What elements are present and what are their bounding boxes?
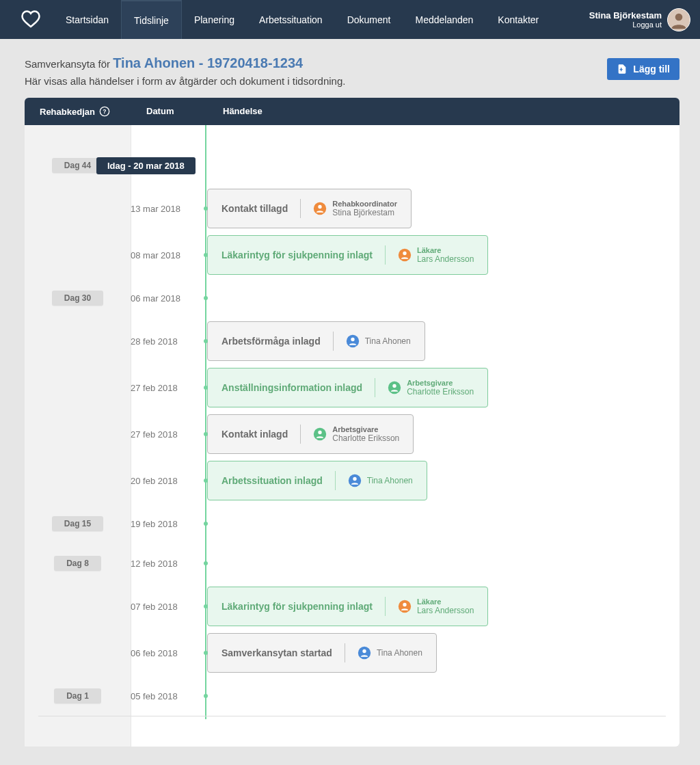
avatar[interactable] xyxy=(667,8,690,31)
card-person: Tina Ahonen xyxy=(365,336,411,346)
header-subtitle: Här visas alla händelser i form av åtgär… xyxy=(25,75,607,87)
card-role: Läkare xyxy=(417,598,474,606)
timeline-dot xyxy=(204,522,208,526)
card-person: Lars Andersson xyxy=(417,254,474,264)
svg-point-13 xyxy=(319,431,322,434)
event-card[interactable]: Läkarintyg för sjukpenning inlagt Läkare… xyxy=(207,587,488,626)
card-who: LäkareLars Andersson xyxy=(398,598,474,615)
day-chip: Dag 1 xyxy=(54,688,101,703)
event-card[interactable]: Arbetsförmåga inlagd Tina Ahonen xyxy=(207,321,425,361)
card-person: Stina Björkestam xyxy=(332,208,397,217)
card-who: Tina Ahonen xyxy=(348,474,413,487)
timeline-date: 27 feb 2018 xyxy=(131,429,207,440)
card-role: Rehabkoordinator xyxy=(332,200,397,208)
timeline-date: 20 feb 2018 xyxy=(131,476,207,486)
card-divider xyxy=(375,378,375,397)
plan-icon xyxy=(40,729,68,747)
timeline-row: 27 feb 2018 Kontakt inlagd ArbetsgivareC… xyxy=(25,411,679,457)
heart-logo-icon xyxy=(21,10,41,30)
plan-title: Din plan xyxy=(77,732,114,743)
add-icon xyxy=(617,64,628,75)
nav-startsidan[interactable]: Startsidan xyxy=(53,0,121,39)
add-button[interactable]: Lägg till xyxy=(607,58,679,80)
timeline-row: 28 feb 2018 Arbetsförmåga inlagd Tina Ah… xyxy=(25,318,679,364)
timeline-date: 19 feb 2018 xyxy=(131,519,207,529)
nav-dokument[interactable]: Dokument xyxy=(335,0,403,39)
day-chip: Dag 15 xyxy=(52,516,103,531)
help-icon[interactable]: ? xyxy=(99,106,110,117)
svg-point-11 xyxy=(392,384,396,388)
timeline-row: 13 mar 2018 Kontakt tillagd Rehabkoordin… xyxy=(25,185,679,232)
nav-meddelanden[interactable]: Meddelanden xyxy=(403,0,485,39)
timeline-row-marker: Dag 8 12 feb 2018 xyxy=(25,543,679,583)
timeline-dot xyxy=(204,651,208,655)
card-role: Arbetsgivare xyxy=(407,379,474,387)
col-date: Datum xyxy=(146,106,223,117)
card-who: Tina Ahonen xyxy=(358,646,422,660)
card-title: Läkarintyg för sjukpenning inlagt xyxy=(221,250,373,260)
avatar-icon xyxy=(668,8,690,31)
timeline-dot xyxy=(204,604,208,608)
person-icon xyxy=(313,202,327,215)
event-card[interactable]: Kontakt inlagd ArbetsgivareCharlotte Eri… xyxy=(207,414,414,454)
card-person: Tina Ahonen xyxy=(367,476,413,485)
timeline-dot xyxy=(204,206,208,211)
col-rehab: Rehabkedjan ? xyxy=(25,106,146,117)
event-card[interactable]: Läkarintyg för sjukpenning inlagt Läkare… xyxy=(207,235,488,275)
card-person: Tina Ahonen xyxy=(377,648,422,658)
timeline-row: 20 feb 2018 Arbetssituation inlagd Tina … xyxy=(25,457,679,504)
svg-point-15 xyxy=(353,477,356,481)
timeline-dot xyxy=(204,479,208,483)
top-nav: Startsidan Tidslinje Planering Arbetssit… xyxy=(0,0,700,39)
svg-point-1 xyxy=(675,13,683,21)
timeline-header: Rehabkedjan ? Datum Händelse xyxy=(25,98,679,125)
svg-text:?: ? xyxy=(103,108,106,115)
person-icon xyxy=(358,646,371,660)
card-who: ArbetsgivareCharlotte Eriksson xyxy=(313,425,399,443)
event-card[interactable]: Samverkansytan startad Tina Ahonen xyxy=(207,633,437,673)
card-divider xyxy=(300,425,301,444)
your-plan-section[interactable]: Din plan xyxy=(25,716,679,747)
event-card[interactable]: Anställningsinformation inlagd Arbetsgiv… xyxy=(207,368,488,407)
timeline-row: 06 feb 2018 Samverkansytan startad Tina … xyxy=(25,630,679,676)
timeline-date: 12 feb 2018 xyxy=(131,559,207,569)
timeline-dot xyxy=(204,432,208,436)
header-line1: Samverkansyta för Tina Ahonen - 19720418… xyxy=(25,55,607,71)
timeline-date: 08 mar 2018 xyxy=(131,250,207,260)
nav-planering[interactable]: Planering xyxy=(182,0,247,39)
card-divider xyxy=(345,643,345,662)
card-person: Charlotte Eriksson xyxy=(407,387,474,397)
timeline-date: 05 feb 2018 xyxy=(131,691,207,701)
card-divider xyxy=(385,245,386,265)
user-name: Stina Björkestam xyxy=(589,10,662,21)
svg-point-7 xyxy=(403,252,406,255)
nav-kontakter[interactable]: Kontakter xyxy=(485,0,551,39)
user-block: Stina Björkestam Logga ut xyxy=(580,0,700,39)
card-divider xyxy=(333,332,334,351)
svg-point-19 xyxy=(362,649,366,653)
card-title: Kontakt inlagd xyxy=(221,429,288,440)
timeline-row-marker: Dag 30 06 mar 2018 xyxy=(25,278,679,318)
logout-link[interactable]: Logga ut xyxy=(589,21,662,29)
timeline-date: 27 feb 2018 xyxy=(131,383,207,393)
card-person: Lars Andersson xyxy=(417,606,474,615)
nav-tidslinje[interactable]: Tidslinje xyxy=(121,0,182,39)
event-card[interactable]: Arbetssituation inlagd Tina Ahonen xyxy=(207,461,427,500)
timeline-date: 06 mar 2018 xyxy=(131,293,207,304)
card-person: Charlotte Eriksson xyxy=(332,433,399,443)
col-event: Händelse xyxy=(223,106,679,117)
card-divider xyxy=(335,471,336,490)
col-rehab-label: Rehabkedjan xyxy=(40,107,95,117)
app-logo[interactable] xyxy=(0,0,53,39)
card-role: Läkare xyxy=(417,246,474,254)
page: Samverkansyta för Tina Ahonen - 19720418… xyxy=(0,39,700,747)
timeline-footer-divider xyxy=(38,716,666,716)
svg-point-9 xyxy=(351,338,354,341)
timeline-row-today: Dag 44 Idag - 20 mar 2018 xyxy=(25,146,679,185)
event-card[interactable]: Kontakt tillagd RehabkoordinatorStina Bj… xyxy=(207,189,412,228)
card-role: Arbetsgivare xyxy=(332,425,399,433)
nav-arbetssituation[interactable]: Arbetssituation xyxy=(247,0,335,39)
header-prefix: Samverkansyta för xyxy=(25,58,113,70)
timeline-row-marker: Dag 15 19 feb 2018 xyxy=(25,504,679,543)
card-who: ArbetsgivareCharlotte Eriksson xyxy=(388,379,474,397)
